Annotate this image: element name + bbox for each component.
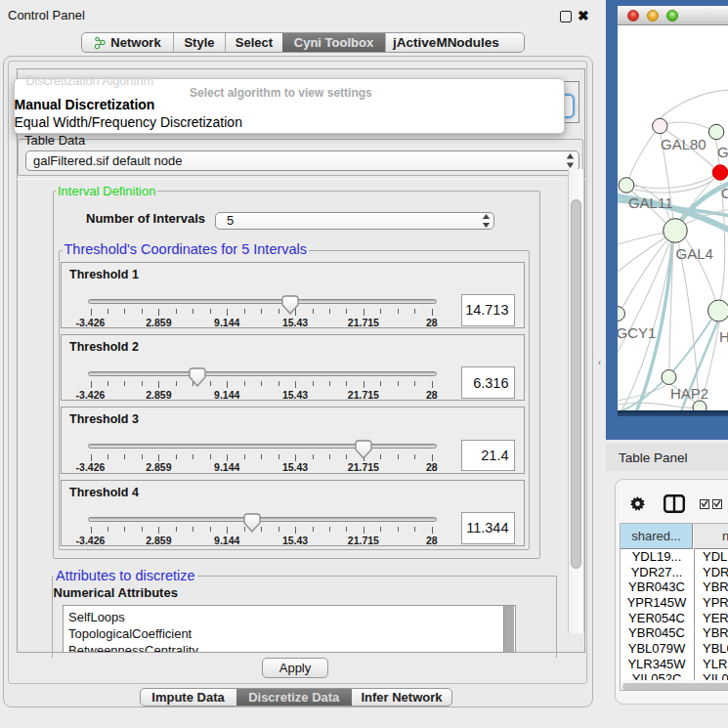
svg-text:HAP2: HAP2 — [670, 385, 708, 402]
svg-text:C: C — [721, 185, 728, 201]
svg-text:GAL80: GAL80 — [661, 136, 707, 152]
svg-text:H: H — [719, 328, 728, 345]
svg-text:GCY1: GCY1 — [618, 324, 656, 341]
svg-text:GAL4: GAL4 — [676, 245, 713, 262]
svg-text:GAL11: GAL11 — [628, 194, 673, 211]
svg-text:GA: GA — [717, 144, 728, 160]
